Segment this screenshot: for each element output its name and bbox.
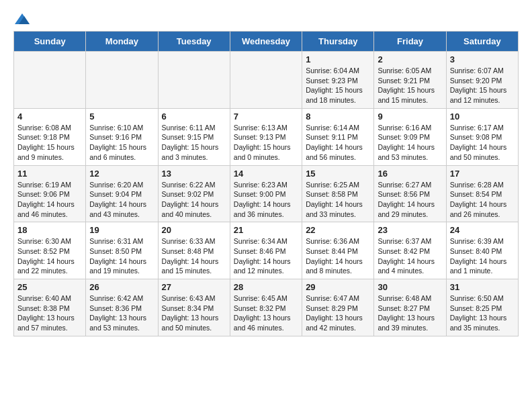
calendar-cell: 13Sunrise: 6:22 AM Sunset: 9:02 PM Dayli… — [158, 165, 230, 222]
calendar-cell: 24Sunrise: 6:39 AM Sunset: 8:40 PM Dayli… — [446, 222, 518, 279]
calendar-cell: 28Sunrise: 6:45 AM Sunset: 8:32 PM Dayli… — [230, 279, 302, 336]
weekday-header-saturday: Saturday — [446, 32, 518, 52]
day-content: Sunrise: 6:16 AM Sunset: 9:09 PM Dayligh… — [378, 123, 442, 163]
day-number: 6 — [162, 111, 226, 122]
day-number: 4 — [17, 111, 82, 122]
calendar-cell: 2Sunrise: 6:05 AM Sunset: 9:21 PM Daylig… — [374, 52, 446, 109]
day-number: 27 — [162, 282, 226, 292]
calendar-cell: 23Sunrise: 6:37 AM Sunset: 8:42 PM Dayli… — [374, 222, 446, 279]
calendar-cell: 7Sunrise: 6:13 AM Sunset: 9:13 PM Daylig… — [230, 108, 302, 165]
calendar-cell: 6Sunrise: 6:11 AM Sunset: 9:15 PM Daylig… — [158, 108, 230, 165]
day-number: 23 — [378, 225, 442, 235]
calendar-week-2: 4Sunrise: 6:08 AM Sunset: 9:18 PM Daylig… — [14, 108, 519, 165]
calendar-cell: 10Sunrise: 6:17 AM Sunset: 9:08 PM Dayli… — [446, 108, 518, 165]
day-number: 28 — [234, 282, 298, 292]
day-number: 26 — [89, 282, 154, 292]
calendar-cell: 16Sunrise: 6:27 AM Sunset: 8:56 PM Dayli… — [374, 165, 446, 222]
day-content: Sunrise: 6:48 AM Sunset: 8:27 PM Dayligh… — [378, 293, 442, 333]
calendar-cell: 21Sunrise: 6:34 AM Sunset: 8:46 PM Dayli… — [230, 222, 302, 279]
calendar-cell: 4Sunrise: 6:08 AM Sunset: 9:18 PM Daylig… — [14, 108, 86, 165]
day-content: Sunrise: 6:11 AM Sunset: 9:15 PM Dayligh… — [162, 123, 226, 163]
calendar-cell: 18Sunrise: 6:30 AM Sunset: 8:52 PM Dayli… — [14, 222, 86, 279]
day-content: Sunrise: 6:37 AM Sunset: 8:42 PM Dayligh… — [378, 236, 442, 276]
day-number: 29 — [306, 282, 370, 292]
day-number: 24 — [450, 225, 515, 235]
day-content: Sunrise: 6:40 AM Sunset: 8:38 PM Dayligh… — [17, 293, 82, 333]
day-content: Sunrise: 6:50 AM Sunset: 8:25 PM Dayligh… — [450, 293, 515, 333]
day-number: 21 — [234, 225, 298, 235]
day-content: Sunrise: 6:28 AM Sunset: 8:54 PM Dayligh… — [450, 180, 515, 220]
day-content: Sunrise: 6:05 AM Sunset: 9:21 PM Dayligh… — [378, 66, 442, 105]
day-number: 5 — [89, 111, 154, 122]
calendar-cell: 3Sunrise: 6:07 AM Sunset: 9:20 PM Daylig… — [446, 52, 518, 109]
day-content: Sunrise: 6:04 AM Sunset: 9:23 PM Dayligh… — [306, 66, 370, 105]
calendar-week-3: 11Sunrise: 6:19 AM Sunset: 9:06 PM Dayli… — [14, 165, 519, 222]
calendar-cell: 5Sunrise: 6:10 AM Sunset: 9:16 PM Daylig… — [86, 108, 158, 165]
weekday-header-sunday: Sunday — [14, 32, 86, 52]
day-number: 2 — [378, 54, 442, 64]
weekday-header-row: SundayMondayTuesdayWednesdayThursdayFrid… — [14, 32, 519, 52]
day-content: Sunrise: 6:07 AM Sunset: 9:20 PM Dayligh… — [450, 66, 515, 105]
day-number: 7 — [234, 111, 298, 122]
calendar-cell — [86, 52, 158, 109]
day-number: 10 — [450, 111, 515, 122]
day-content: Sunrise: 6:19 AM Sunset: 9:06 PM Dayligh… — [17, 180, 82, 220]
day-content: Sunrise: 6:43 AM Sunset: 8:34 PM Dayligh… — [162, 293, 226, 333]
day-number: 19 — [89, 225, 154, 235]
day-content: Sunrise: 6:30 AM Sunset: 8:52 PM Dayligh… — [17, 236, 82, 276]
calendar-cell: 8Sunrise: 6:14 AM Sunset: 9:11 PM Daylig… — [302, 108, 374, 165]
day-number: 13 — [162, 169, 226, 179]
calendar-cell: 17Sunrise: 6:28 AM Sunset: 8:54 PM Dayli… — [446, 165, 518, 222]
logo-icon — [15, 13, 30, 24]
day-number: 16 — [378, 169, 442, 179]
day-number: 20 — [162, 225, 226, 235]
day-content: Sunrise: 6:08 AM Sunset: 9:18 PM Dayligh… — [17, 123, 82, 163]
day-number: 9 — [378, 111, 442, 122]
logo — [13, 13, 31, 20]
day-content: Sunrise: 6:33 AM Sunset: 8:48 PM Dayligh… — [162, 236, 226, 276]
day-number: 22 — [306, 225, 370, 235]
calendar-cell — [158, 52, 230, 109]
calendar-cell: 1Sunrise: 6:04 AM Sunset: 9:23 PM Daylig… — [302, 52, 374, 109]
day-content: Sunrise: 6:22 AM Sunset: 9:02 PM Dayligh… — [162, 180, 226, 220]
calendar-cell: 12Sunrise: 6:20 AM Sunset: 9:04 PM Dayli… — [86, 165, 158, 222]
day-content: Sunrise: 6:23 AM Sunset: 9:00 PM Dayligh… — [234, 180, 298, 220]
calendar-cell: 29Sunrise: 6:47 AM Sunset: 8:29 PM Dayli… — [302, 279, 374, 336]
calendar-cell: 14Sunrise: 6:23 AM Sunset: 9:00 PM Dayli… — [230, 165, 302, 222]
day-content: Sunrise: 6:42 AM Sunset: 8:36 PM Dayligh… — [89, 293, 154, 333]
calendar-cell: 20Sunrise: 6:33 AM Sunset: 8:48 PM Dayli… — [158, 222, 230, 279]
calendar-cell: 11Sunrise: 6:19 AM Sunset: 9:06 PM Dayli… — [14, 165, 86, 222]
day-content: Sunrise: 6:20 AM Sunset: 9:04 PM Dayligh… — [89, 180, 154, 220]
day-content: Sunrise: 6:34 AM Sunset: 8:46 PM Dayligh… — [234, 236, 298, 276]
calendar-cell: 30Sunrise: 6:48 AM Sunset: 8:27 PM Dayli… — [374, 279, 446, 336]
weekday-header-monday: Monday — [86, 32, 158, 52]
day-number: 30 — [378, 282, 442, 292]
day-content: Sunrise: 6:47 AM Sunset: 8:29 PM Dayligh… — [306, 293, 370, 333]
day-number: 15 — [306, 169, 370, 179]
calendar-cell — [14, 52, 86, 109]
day-number: 25 — [17, 282, 82, 292]
day-number: 1 — [306, 54, 370, 64]
day-number: 14 — [234, 169, 298, 179]
day-number: 8 — [306, 111, 370, 122]
calendar-cell: 31Sunrise: 6:50 AM Sunset: 8:25 PM Dayli… — [446, 279, 518, 336]
day-number: 12 — [89, 169, 154, 179]
calendar-cell: 19Sunrise: 6:31 AM Sunset: 8:50 PM Dayli… — [86, 222, 158, 279]
day-content: Sunrise: 6:14 AM Sunset: 9:11 PM Dayligh… — [306, 123, 370, 163]
calendar-cell: 26Sunrise: 6:42 AM Sunset: 8:36 PM Dayli… — [86, 279, 158, 336]
calendar-cell: 9Sunrise: 6:16 AM Sunset: 9:09 PM Daylig… — [374, 108, 446, 165]
day-number: 11 — [17, 169, 82, 179]
day-content: Sunrise: 6:10 AM Sunset: 9:16 PM Dayligh… — [89, 123, 154, 163]
day-content: Sunrise: 6:36 AM Sunset: 8:44 PM Dayligh… — [306, 236, 370, 276]
day-number: 31 — [450, 282, 515, 292]
calendar-week-5: 25Sunrise: 6:40 AM Sunset: 8:38 PM Dayli… — [14, 279, 519, 336]
day-content: Sunrise: 6:45 AM Sunset: 8:32 PM Dayligh… — [234, 293, 298, 333]
calendar-cell: 27Sunrise: 6:43 AM Sunset: 8:34 PM Dayli… — [158, 279, 230, 336]
calendar-week-1: 1Sunrise: 6:04 AM Sunset: 9:23 PM Daylig… — [14, 52, 519, 109]
day-content: Sunrise: 6:17 AM Sunset: 9:08 PM Dayligh… — [450, 123, 515, 163]
calendar-cell — [230, 52, 302, 109]
calendar-cell: 25Sunrise: 6:40 AM Sunset: 8:38 PM Dayli… — [14, 279, 86, 336]
day-content: Sunrise: 6:25 AM Sunset: 8:58 PM Dayligh… — [306, 180, 370, 220]
day-content: Sunrise: 6:31 AM Sunset: 8:50 PM Dayligh… — [89, 236, 154, 276]
day-number: 3 — [450, 54, 515, 64]
